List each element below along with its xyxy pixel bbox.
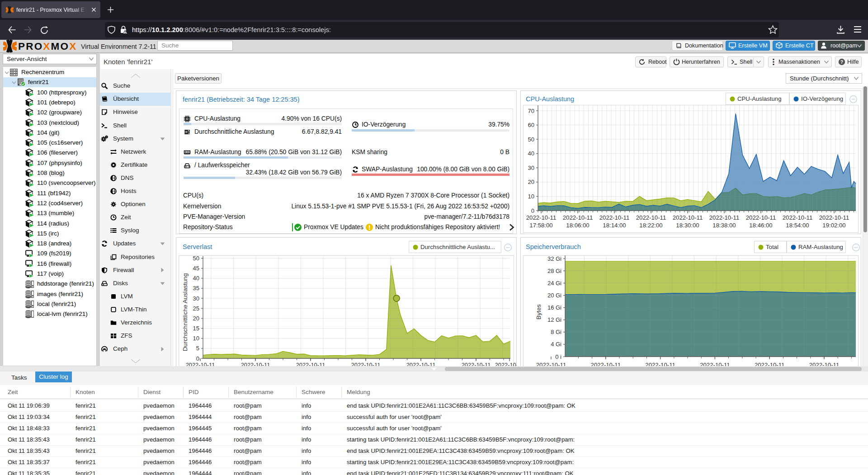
svg-text:10: 10 xyxy=(528,193,534,200)
svg-text:2022-10-11: 2022-10-11 xyxy=(819,214,849,221)
svg-text:0: 0 xyxy=(196,355,199,362)
svg-text:2022-10-11: 2022-10-11 xyxy=(709,214,739,221)
svg-text:20: 20 xyxy=(528,179,534,185)
svg-text:Durchschnittliche Auslastung: Durchschnittliche Auslastung xyxy=(182,273,189,351)
svg-text:20: 20 xyxy=(193,315,199,322)
svg-text:2022-10-11: 2022-10-11 xyxy=(563,214,593,221)
svg-text:12 Gi: 12 Gi xyxy=(547,316,561,323)
svg-text:24 Gi: 24 Gi xyxy=(547,280,561,287)
svg-text:35: 35 xyxy=(193,285,199,292)
svg-text:2022-10-11: 2022-10-11 xyxy=(599,214,629,221)
svg-text:18:14:00: 18:14:00 xyxy=(603,222,626,229)
svg-text:17:58:00: 17:58:00 xyxy=(529,222,552,229)
svg-text:2022-10-11: 2022-10-11 xyxy=(783,214,812,221)
svg-text:8 Gi: 8 Gi xyxy=(551,329,561,335)
svg-text:0: 0 xyxy=(531,207,534,214)
svg-text:18:30:00: 18:30:00 xyxy=(676,222,699,229)
svg-text:2022-10-11: 2022-10-11 xyxy=(673,214,703,221)
svg-text:5: 5 xyxy=(196,345,199,352)
svg-text:15: 15 xyxy=(193,325,199,332)
svg-text:18:38:00: 18:38:00 xyxy=(712,222,736,229)
svg-text:60: 60 xyxy=(528,122,534,128)
svg-text:0 i: 0 i xyxy=(555,353,561,360)
svg-text:25: 25 xyxy=(193,305,199,312)
svg-text:30: 30 xyxy=(528,165,534,171)
svg-text:2022-10-11: 2022-10-11 xyxy=(636,214,666,221)
svg-text:2022-10-11: 2022-10-11 xyxy=(526,214,556,221)
svg-text:40: 40 xyxy=(528,150,534,157)
svg-text:32 Gi: 32 Gi xyxy=(547,255,561,262)
svg-text:50: 50 xyxy=(193,255,199,262)
svg-text:20 Gi: 20 Gi xyxy=(547,292,561,299)
svg-text:10: 10 xyxy=(193,335,199,342)
svg-text:Bytes: Bytes xyxy=(535,304,542,320)
svg-text:16 Gi: 16 Gi xyxy=(547,304,561,311)
svg-text:4 Gi: 4 Gi xyxy=(551,341,561,348)
svg-text:18:54:00: 18:54:00 xyxy=(786,222,809,229)
svg-text:?: ? xyxy=(840,59,843,65)
svg-text:70: 70 xyxy=(528,108,534,114)
svg-text:18:22:00: 18:22:00 xyxy=(639,222,662,229)
svg-text:18:06:00: 18:06:00 xyxy=(566,222,589,229)
svg-text:18:46:00: 18:46:00 xyxy=(749,222,772,229)
svg-text:50: 50 xyxy=(528,136,534,143)
svg-text:28 Gi: 28 Gi xyxy=(547,268,561,274)
svg-text:30: 30 xyxy=(193,295,199,302)
svg-text:40: 40 xyxy=(193,275,199,282)
svg-text:19:02:00: 19:02:00 xyxy=(822,222,845,229)
svg-text:45: 45 xyxy=(193,265,199,272)
svg-text:2022-10-11: 2022-10-11 xyxy=(746,214,776,221)
